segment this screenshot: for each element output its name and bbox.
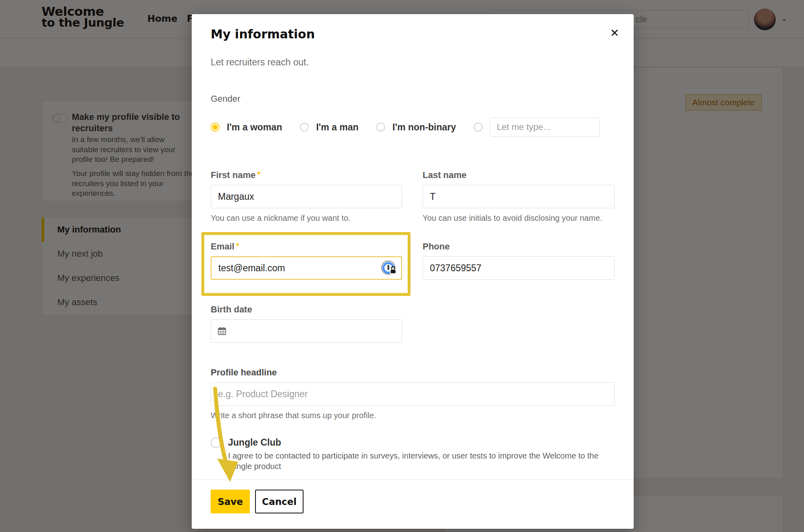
radio-im-a-woman[interactable] [211, 123, 220, 132]
profile-headline-label: Profile headline [211, 367, 277, 377]
profile-headline-input[interactable] [211, 382, 615, 406]
phone-field: Phone [423, 241, 615, 280]
radio-custom-gender[interactable] [474, 123, 483, 132]
radio-im-a-man[interactable] [300, 123, 309, 132]
modal-subtitle: Let recruiters reach out. [211, 57, 309, 68]
save-button[interactable]: Save [211, 490, 250, 513]
birth-date-input[interactable] [211, 319, 402, 343]
last-name-label: Last name [423, 170, 467, 180]
required-asterisk: * [257, 170, 260, 179]
close-icon[interactable]: ✕ [610, 28, 619, 39]
annotation-arrow [202, 379, 262, 492]
first-name-label: First name [211, 170, 255, 180]
profile-headline-field: Profile headline Write a short phrase th… [211, 367, 615, 420]
custom-gender-input[interactable] [490, 117, 600, 137]
first-name-field: First name* You can use a nickname if yo… [211, 170, 402, 223]
modal-title: My information [211, 27, 315, 41]
radio-label-woman[interactable]: I'm a woman [227, 122, 282, 133]
last-name-input[interactable] [423, 185, 615, 208]
first-name-input[interactable] [211, 185, 402, 208]
phone-input[interactable] [423, 256, 615, 280]
birth-date-label: Birth date [211, 304, 252, 314]
last-name-helper: You can use initials to avoid disclosing… [423, 214, 615, 223]
profile-headline-helper: Write a short phrase that sums up your p… [211, 411, 615, 420]
annotation-highlight-box [201, 232, 410, 296]
radio-label-non-binary[interactable]: I'm non-binary [392, 122, 456, 133]
phone-label: Phone [423, 241, 450, 251]
cancel-button[interactable]: Cancel [255, 490, 304, 513]
page: Welcome to the Jungle Home F cle ⌄ Make … [0, 0, 804, 532]
radio-label-man[interactable]: I'm a man [316, 122, 358, 133]
last-name-field: Last name You can use initials to avoid … [423, 170, 615, 223]
birth-date-field: Birth date [211, 304, 402, 343]
gender-radio-group: I'm a woman I'm a man I'm non-binary [211, 116, 615, 138]
jungle-club-field: Jungle Club I agree to be contacted to p… [211, 437, 615, 471]
first-name-helper: You can use a nickname if you want to. [211, 214, 402, 223]
gender-label: Gender [211, 94, 240, 104]
radio-im-non-binary[interactable] [376, 123, 385, 132]
calendar-icon [217, 326, 227, 336]
jungle-club-description: I agree to be contacted to participate i… [228, 450, 603, 471]
